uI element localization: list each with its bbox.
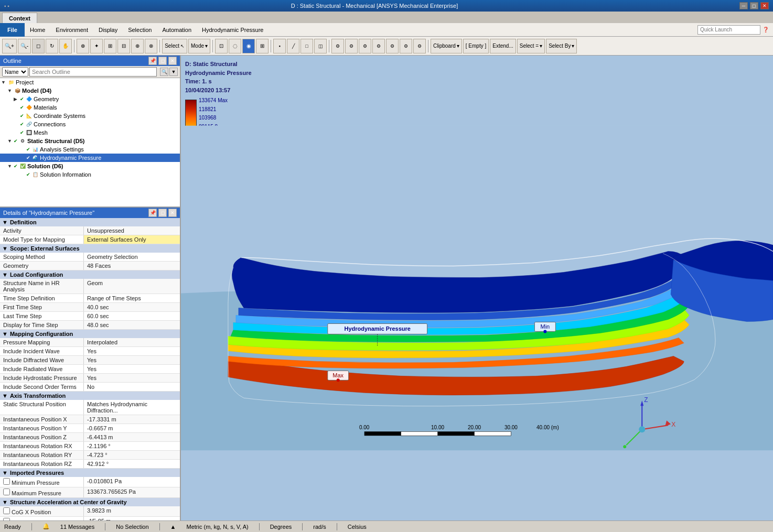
tree-item-mesh[interactable]: ▶ ✔ 🔲 Mesh <box>0 128 180 137</box>
outline-filter-button[interactable]: ▼ <box>169 68 178 76</box>
zoom2-button[interactable]: ⊞ <box>104 39 116 53</box>
face-button[interactable]: □ <box>300 39 313 53</box>
pan-button[interactable]: ✋ <box>59 39 72 53</box>
outline-title: Outline <box>3 58 22 64</box>
body-button[interactable]: ◫ <box>314 39 327 53</box>
quick-launch-input[interactable] <box>697 25 760 35</box>
tb-icon-1[interactable]: ⚙ <box>331 39 344 53</box>
fit-view-button[interactable]: 🔍+ <box>2 39 17 53</box>
row-first-ts: First Time Step 40.0 sec <box>0 303 180 312</box>
section-cog[interactable]: ▼ Structure Acceleration at Center of Gr… <box>0 498 180 506</box>
tree-item-solution[interactable]: ▼ ✔ ✅ Solution (D6) <box>0 162 180 170</box>
rotate-button[interactable]: ↻ <box>46 39 58 53</box>
box-select-button[interactable]: ⊡ <box>215 39 228 53</box>
section-mapping[interactable]: ▼ Mapping Configuration <box>0 330 180 338</box>
tree-item-coord-systems[interactable]: ▶ ✔ 📐 Coordinate Systems <box>0 112 180 120</box>
details-pin-button[interactable]: 📌 <box>148 209 157 217</box>
select-by-button[interactable]: Select By▾ <box>546 39 577 53</box>
tree-item-hydro-pressure[interactable]: ▶ ✔ 🌊 Hydrodynamic Pressure <box>0 154 180 162</box>
paint-button[interactable]: ◉ <box>242 39 255 53</box>
edge-button[interactable]: ╱ <box>287 39 299 53</box>
cog-x-checkbox[interactable] <box>3 507 10 514</box>
lasso-button[interactable]: ◌ <box>229 39 241 53</box>
close-button[interactable]: ✕ <box>760 2 769 9</box>
min-pressure-checkbox[interactable] <box>3 478 10 485</box>
expand-geometry[interactable]: ▶ <box>14 96 20 102</box>
restore-button[interactable]: ◻ <box>750 2 758 9</box>
section-definition[interactable]: ▼ Definition <box>0 218 180 226</box>
crop-button[interactable]: ⊞ <box>256 39 269 53</box>
viewport[interactable]: D: Static Structural Hydrodynamic Pressu… <box>181 56 773 520</box>
tree-item-solution-info[interactable]: ▶ ✔ 📋 Solution Information <box>0 170 180 179</box>
expand-project[interactable]: ▼ <box>1 80 7 85</box>
select-eq-button[interactable]: Select =▾ <box>517 39 545 53</box>
val-model-type: External Surfaces Only <box>84 235 180 244</box>
tree-item-static-structural[interactable]: ▼ ✔ ⚙ Static Structural (D5) <box>0 137 180 145</box>
zoom5-button[interactable]: ⊗ <box>145 39 157 53</box>
svg-rect-20 <box>401 431 438 436</box>
max-pressure-checkbox[interactable] <box>3 488 10 495</box>
outline-name-select[interactable]: Name <box>2 67 28 77</box>
vertex-button[interactable]: ▪ <box>273 39 286 53</box>
materials-icon: 🔶 <box>25 104 33 111</box>
empty-button[interactable]: [ Empty ] <box>463 39 489 53</box>
tree-label-geometry: Geometry <box>34 96 59 102</box>
menu-file[interactable]: File <box>0 23 25 37</box>
svg-text:Hydrodynamic Pressure: Hydrodynamic Pressure <box>344 325 410 332</box>
sphere-button[interactable]: ⊕ <box>77 39 89 53</box>
val-pos-y: -0.6657 m <box>84 424 180 432</box>
tree-item-project[interactable]: ▼ 📁 Project <box>0 78 180 86</box>
menu-display[interactable]: Display <box>93 23 123 37</box>
tree-item-geometry[interactable]: ▶ ✔ 🔷 Geometry <box>0 95 180 103</box>
expand-model[interactable]: ▼ <box>7 88 14 93</box>
menu-automation[interactable]: Automation <box>157 23 197 37</box>
zoom4-button[interactable]: ⊕ <box>131 39 144 53</box>
expand-solution[interactable]: ▼ <box>7 164 14 169</box>
minimize-button[interactable]: ─ <box>739 2 748 9</box>
select-button[interactable]: Select ↖ <box>162 39 187 53</box>
section-load[interactable]: ▼ Load Configuration <box>0 270 180 279</box>
tab-context[interactable]: Context <box>2 13 37 23</box>
section-imported[interactable]: ▼ Imported Pressures <box>0 469 180 477</box>
mode-button[interactable]: Mode▾ <box>188 39 210 53</box>
menu-environment[interactable]: Environment <box>50 23 93 37</box>
section-axis[interactable]: ▼ Axis Transformation <box>0 392 180 400</box>
app-title: D : Static Structural - Mechanical [ANSY… <box>291 3 458 9</box>
outline-close-button[interactable]: ✕ <box>168 57 177 65</box>
details-close-button[interactable]: ✕ <box>168 209 177 217</box>
expand-static[interactable]: ▼ <box>7 138 14 144</box>
view3d-button[interactable]: ◻ <box>32 39 45 53</box>
section-collapse-icon: ▼ <box>2 219 8 225</box>
zoom3-button[interactable]: ⊟ <box>117 39 130 53</box>
outline-float-button[interactable]: ◻ <box>158 57 167 65</box>
tree-item-materials[interactable]: ▶ ✔ 🔶 Materials <box>0 103 180 112</box>
zoom-out-button[interactable]: 🔍- <box>18 39 31 53</box>
tb-icon-5[interactable]: ⚙ <box>386 39 399 53</box>
cog-y-checkbox[interactable] <box>3 518 10 520</box>
details-float-button[interactable]: ◻ <box>158 209 167 217</box>
window-controls[interactable]: ─ ◻ ✕ <box>739 2 769 9</box>
extend-button[interactable]: Extend... <box>490 39 516 53</box>
menu-selection[interactable]: Selection <box>123 23 157 37</box>
outline-search-input[interactable] <box>29 67 157 77</box>
outline-search-button[interactable]: 🔍 <box>160 68 168 76</box>
tb-icon-3[interactable]: ⚙ <box>359 39 371 53</box>
val-last-ts: 60.0 sec <box>84 312 180 320</box>
tb-icon-6[interactable]: ⚙ <box>400 39 412 53</box>
tb-icon-7[interactable]: ⚙ <box>413 39 426 53</box>
tree-item-analysis-settings[interactable]: ▶ ✔ 📊 Analysis Settings <box>0 145 180 154</box>
status-angular-vel: rad/s <box>313 524 326 530</box>
tree-item-model[interactable]: ▼ 📦 Model (D4) <box>0 86 180 95</box>
row-pos-y: Instantaneous Position Y -0.6657 m <box>0 424 180 433</box>
svg-text:40.00 (m): 40.00 (m) <box>536 425 559 430</box>
clipboard-button[interactable]: Clipboard▾ <box>431 39 462 53</box>
section-scope[interactable]: ▼ Scope: External Surfaces <box>0 244 180 253</box>
target-button[interactable]: ✦ <box>90 39 103 53</box>
outline-pin-button[interactable]: 📌 <box>148 57 157 65</box>
menu-hydrodynamic[interactable]: Hydrodynamic Pressure <box>197 23 269 37</box>
menu-home[interactable]: Home <box>25 23 50 37</box>
tb-icon-2[interactable]: ⚙ <box>345 39 358 53</box>
row-cog-x: CoG X Position 3.9823 m <box>0 506 180 517</box>
tree-item-connections[interactable]: ▶ ✔ 🔗 Connections <box>0 120 180 128</box>
tb-icon-4[interactable]: ⚙ <box>372 39 385 53</box>
